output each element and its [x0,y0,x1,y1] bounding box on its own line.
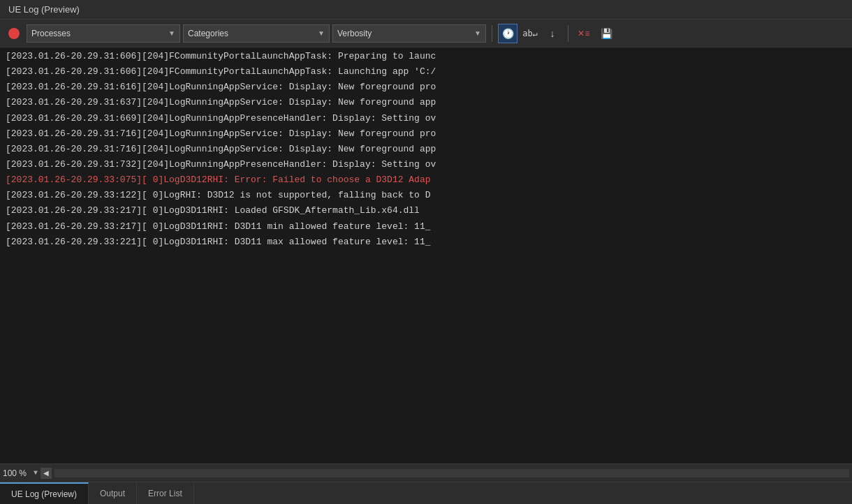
history-button[interactable]: 🕐 [498,24,517,43]
zoom-dropdown-arrow-icon[interactable]: ▼ [34,469,38,477]
processes-dropdown[interactable]: Processes ▼ [27,24,180,43]
log-line: [2023.01.26-20.29.33:221][ 0]LogD3D11RHI… [0,235,852,250]
log-area: [2023.01.26-20.29.31:606][204]FCommunity… [0,47,852,464]
toolbar-separator-1 [492,25,492,42]
wrap-button[interactable]: ab↵ [520,24,540,43]
processes-arrow-icon: ▼ [168,29,175,37]
log-line: [2023.01.26-20.29.31:606][204]FCommunity… [0,49,852,64]
log-line: [2023.01.26-20.29.31:716][204]LogRunning… [0,126,852,142]
toolbar: Processes ▼ Categories ▼ Verbosity ▼ 🕐 a… [0,20,852,47]
record-icon [8,28,20,39]
categories-dropdown[interactable]: Categories ▼ [183,24,330,43]
log-line: [2023.01.26-20.29.31:716][204]LogRunning… [0,142,852,157]
log-line: [2023.01.26-20.29.31:606][204]FCommunity… [0,64,852,80]
scroll-end-button[interactable]: ↓ [543,24,562,43]
log-line: [2023.01.26-20.29.33:217][ 0]LogD3D11RHI… [0,203,852,218]
save-icon: 💾 [601,28,612,39]
processes-label: Processes [31,29,71,38]
categories-arrow-icon: ▼ [318,29,325,37]
scrollbar-area: 100 % ▼ ◀ [0,464,852,482]
log-line: [2023.01.26-20.29.33:075][ 0]LogD3D12RHI… [0,172,852,188]
bottom-tab-error-list[interactable]: Error List [137,482,194,504]
bottom-tabs: UE Log (Preview)OutputError List [0,482,852,504]
title-bar: UE Log (Preview) [0,0,852,20]
save-button[interactable]: 💾 [596,24,616,43]
horizontal-scrollbar[interactable] [54,469,849,477]
history-icon: 🕐 [502,28,514,39]
zoom-level: 100 % [3,468,31,478]
verbosity-arrow-icon: ▼ [474,29,481,37]
clear-button[interactable]: ✕≡ [574,24,594,43]
scroll-left-button[interactable]: ◀ [41,468,52,479]
log-line: [2023.01.26-20.29.31:637][204]LogRunning… [0,95,852,110]
bottom-tab-output[interactable]: Output [89,482,137,504]
bottom-tab-ue-log[interactable]: UE Log (Preview) [0,482,89,504]
verbosity-label: Verbosity [337,29,372,38]
log-line: [2023.01.26-20.29.31:669][204]LogRunning… [0,111,852,126]
categories-label: Categories [188,29,228,38]
log-line: [2023.01.26-20.29.33:122][ 0]LogRHI: D3D… [0,188,852,203]
scroll-end-icon: ↓ [550,28,555,39]
clear-icon: ✕≡ [578,29,589,38]
log-line: [2023.01.26-20.29.33:217][ 0]LogD3D11RHI… [0,219,852,235]
log-line: [2023.01.26-20.29.31:732][204]LogRunning… [0,157,852,172]
record-button[interactable] [4,24,24,43]
title-bar-text: UE Log (Preview) [8,4,80,15]
wrap-icon: ab↵ [522,29,538,38]
toolbar-separator-2 [568,25,568,42]
log-line: [2023.01.26-20.29.31:616][204]LogRunning… [0,80,852,95]
verbosity-dropdown[interactable]: Verbosity ▼ [332,24,486,43]
